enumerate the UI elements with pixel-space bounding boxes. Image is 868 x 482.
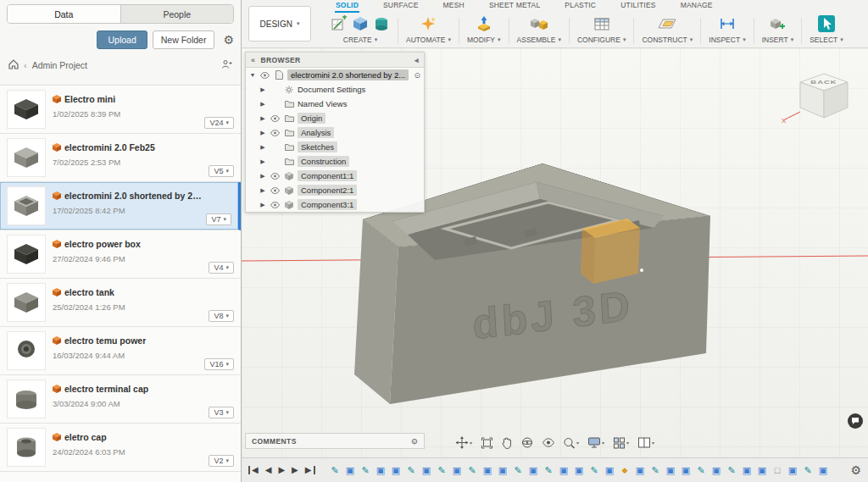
expand-caret-icon[interactable]: ▶ (259, 187, 266, 194)
tab-plastic[interactable]: PLASTIC (564, 1, 597, 13)
root-node-label[interactable]: electromini 2.0 shortened by 2... (287, 69, 409, 80)
help-chat-bubble[interactable] (848, 413, 863, 429)
pan-hand-icon[interactable] (501, 437, 512, 449)
comments-expand-icon[interactable]: ⊙ (411, 437, 418, 446)
timeline-sketch-icon[interactable] (802, 464, 815, 477)
orbit-icon[interactable] (520, 436, 533, 449)
expand-caret-icon[interactable]: ▶ (259, 144, 266, 151)
expand-caret-icon[interactable]: ▼ (249, 72, 256, 78)
zoom-icon[interactable]: ▾ (563, 437, 579, 449)
file-list-item-selected[interactable]: electromini 2.0 shortened by 20m... 17/0… (0, 182, 241, 230)
highlighted-feature-box[interactable] (581, 219, 640, 284)
browser-header[interactable]: « BROWSER ◂ (246, 53, 424, 68)
timeline-extrude-icon[interactable] (344, 464, 357, 477)
browser-row[interactable]: ▶ Component2:1 (246, 183, 424, 197)
panel-collapse-icon[interactable]: « (251, 56, 255, 64)
browser-row[interactable]: ▶ Analysis (246, 125, 424, 140)
visibility-eye-icon[interactable] (270, 115, 281, 122)
timeline-extrude-icon[interactable] (787, 464, 799, 477)
display-settings-icon[interactable]: ▾ (587, 437, 604, 448)
assemble-joint-icon[interactable] (530, 15, 548, 36)
group-insert[interactable]: INSERT▾ (756, 14, 800, 47)
group-modify[interactable]: MODIFY▾ (461, 14, 507, 47)
timeline-group-icon[interactable] (771, 464, 784, 477)
browser-row[interactable]: ▶ Named Views (246, 97, 424, 111)
breadcrumb-back-chevron[interactable]: ‹ (24, 60, 27, 70)
timeline-extrude-icon[interactable] (497, 464, 509, 477)
version-badge[interactable]: V8▾ (209, 310, 234, 322)
select-cursor-icon[interactable] (817, 14, 836, 36)
upload-button[interactable]: Upload (97, 30, 147, 49)
home-icon[interactable] (8, 59, 19, 71)
browser-row[interactable]: ▶ Component3:1 (246, 197, 424, 212)
vertex-point[interactable] (640, 269, 644, 273)
expand-caret-icon[interactable]: ▶ (259, 173, 266, 180)
tab-solid[interactable]: SOLID (335, 1, 359, 13)
create-box-icon[interactable] (352, 15, 369, 36)
timeline-sketch-icon[interactable] (436, 464, 448, 477)
group-inspect[interactable]: INSPECT▾ (703, 14, 751, 47)
timeline-extrude-icon[interactable] (481, 464, 494, 477)
timeline-sketch-icon[interactable] (726, 464, 738, 477)
timeline-extrude-icon[interactable] (665, 464, 677, 477)
version-badge[interactable]: V4▾ (209, 262, 234, 274)
configure-table-icon[interactable] (593, 15, 610, 36)
version-badge[interactable]: V7▾ (206, 213, 231, 225)
version-badge[interactable]: V5▾ (209, 165, 234, 177)
timeline-extrude-icon[interactable] (741, 464, 754, 477)
timeline-sketch-icon[interactable] (329, 464, 342, 477)
timeline-extrude-icon[interactable] (375, 464, 387, 477)
file-list-item[interactable]: electro temu power 16/03/2024 9:44 AM V1… (0, 327, 241, 375)
expand-caret-icon[interactable]: ▶ (259, 130, 266, 136)
version-badge[interactable]: V3▾ (209, 407, 234, 418)
press-pull-icon[interactable] (476, 15, 492, 36)
timeline-extrude-icon[interactable] (573, 464, 586, 477)
timeline-sketch-icon[interactable] (512, 464, 525, 477)
construct-plane-icon[interactable] (658, 15, 676, 36)
panel-close-icon[interactable]: ◂ (415, 56, 419, 64)
create-revolve-icon[interactable] (373, 15, 390, 36)
group-select[interactable]: SELECT▾ (804, 14, 849, 47)
version-badge[interactable]: V16▾ (204, 358, 234, 370)
visibility-eye-icon[interactable] (259, 72, 270, 79)
browser-row[interactable]: ▶ Component1:1 (246, 169, 424, 183)
timeline-extrude-icon[interactable] (420, 464, 433, 477)
go-to-start-button[interactable]: ◀ (248, 466, 259, 474)
timeline-sketch-icon[interactable] (405, 464, 418, 477)
timeline-sketch-icon[interactable] (588, 464, 601, 477)
create-sketch-icon[interactable] (331, 15, 348, 36)
timeline-extrude-icon[interactable] (756, 464, 769, 477)
grid-layout-icon[interactable]: ▾ (613, 437, 629, 449)
timeline-extrude-icon[interactable] (680, 464, 693, 477)
timeline-sketch-icon[interactable] (695, 464, 708, 477)
browser-row[interactable]: ▶ Document Settings (246, 82, 424, 97)
expand-caret-icon[interactable]: ▶ (259, 101, 266, 108)
insert-icon[interactable] (769, 15, 786, 36)
new-folder-button[interactable]: New Folder (153, 30, 215, 49)
activate-radio-icon[interactable]: ⊙ (414, 71, 420, 80)
group-construct[interactable]: CONSTRUCT▾ (636, 14, 698, 47)
timeline-sketch-icon[interactable] (359, 464, 372, 477)
tab-data[interactable]: Data (8, 5, 120, 23)
position-marker-icon[interactable]: ▾ (455, 436, 472, 449)
tab-people[interactable]: People (120, 5, 234, 23)
group-automate[interactable]: AUTOMATE▾ (400, 14, 457, 47)
view-cube[interactable]: BACK X (780, 65, 858, 130)
timeline-extrude-icon[interactable] (634, 464, 647, 477)
browser-row-root[interactable]: ▼ electromini 2.0 shortened by 2... ⊙ (246, 68, 424, 82)
timeline-extrude-icon[interactable] (817, 464, 830, 477)
play-button[interactable]: ▶ (278, 466, 285, 474)
timeline-joint-icon[interactable] (619, 464, 632, 477)
timeline-extrude-icon[interactable] (604, 464, 616, 477)
browser-row[interactable]: ▶ Sketches (246, 140, 424, 154)
step-forward-button[interactable]: ▶ (292, 466, 298, 474)
visibility-eye-icon[interactable] (270, 187, 281, 194)
group-configure[interactable]: CONFIGURE▾ (571, 14, 632, 47)
file-list-item[interactable]: Electro mini 1/02/2025 8:39 PM V24▾ (0, 86, 241, 134)
file-list-item[interactable]: electro power box 27/02/2024 9:46 PM V4▾ (0, 230, 241, 279)
timeline-sketch-icon[interactable] (466, 464, 479, 477)
step-back-button[interactable]: ◀ (265, 466, 272, 474)
timeline-extrude-icon[interactable] (390, 464, 403, 477)
tab-utilities[interactable]: UTILITIES (620, 1, 656, 13)
expand-caret-icon[interactable]: ▶ (259, 115, 266, 122)
